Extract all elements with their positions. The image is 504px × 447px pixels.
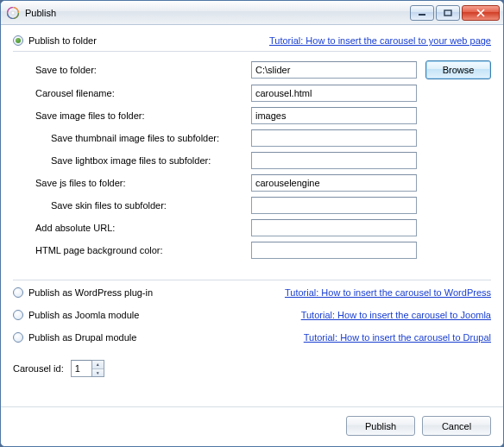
- radio-icon: [13, 35, 23, 46]
- svg-rect-3: [444, 10, 451, 16]
- carousel-filename-label: Carousel filename:: [35, 88, 251, 98]
- save-to-folder-input[interactable]: [251, 61, 417, 79]
- dialog-footer: Publish Cancel: [1, 406, 503, 446]
- tutorial-link-joomla[interactable]: Tutorial: How to insert the carousel to …: [301, 310, 491, 320]
- carousel-filename-input[interactable]: [251, 85, 417, 102]
- radio-label: Publish to folder: [28, 35, 97, 46]
- carousel-id-stepper[interactable]: ▲ ▼: [71, 360, 104, 377]
- save-image-files-input[interactable]: [251, 107, 417, 124]
- save-skin-input[interactable]: [251, 197, 417, 214]
- tutorial-link-folder[interactable]: Tutorial: How to insert the carousel to …: [269, 35, 491, 46]
- browse-button[interactable]: Browse: [425, 60, 491, 79]
- radio-icon: [13, 332, 23, 343]
- save-thumb-label: Save thumbnail image files to subfolder:: [51, 133, 251, 143]
- publish-dialog: Publish Publish to folder Tutorial: How …: [0, 0, 504, 447]
- save-lightbox-label: Save lightbox image files to subfolder:: [51, 155, 251, 166]
- radio-label: Publish as Drupal module: [28, 332, 136, 343]
- save-js-input[interactable]: [251, 174, 417, 192]
- radio-label: Publish as Joomla module: [28, 310, 139, 320]
- bg-color-label: HTML page background color:: [35, 245, 251, 255]
- svg-point-1: [11, 11, 15, 15]
- bg-color-input[interactable]: [251, 242, 417, 259]
- save-skin-label: Save skin files to subfolder:: [51, 200, 251, 211]
- radio-label: Publish as WordPress plug-in: [28, 287, 153, 298]
- maximize-button[interactable]: [436, 5, 460, 21]
- publish-joomla-option[interactable]: Publish as Joomla module: [13, 310, 139, 320]
- save-js-label: Save js files to folder:: [35, 178, 251, 188]
- tutorial-link-drupal[interactable]: Tutorial: How to insert the carousel to …: [304, 332, 491, 343]
- minimize-button[interactable]: [410, 5, 434, 21]
- carousel-id-input[interactable]: [71, 360, 91, 377]
- cancel-button[interactable]: Cancel: [422, 416, 491, 436]
- publish-to-folder-option[interactable]: Publish to folder: [13, 35, 97, 46]
- absolute-url-label: Add absolute URL:: [35, 223, 251, 233]
- radio-icon: [13, 310, 23, 320]
- save-to-folder-label: Save to folder:: [35, 65, 251, 75]
- dialog-body: Publish to folder Tutorial: How to inser…: [1, 25, 503, 406]
- close-button[interactable]: [462, 5, 500, 21]
- carousel-id-label: Carousel id:: [13, 363, 64, 374]
- absolute-url-input[interactable]: [251, 219, 417, 236]
- save-thumb-input[interactable]: [251, 129, 417, 147]
- window-title: Publish: [25, 8, 56, 18]
- radio-icon: [13, 287, 23, 298]
- titlebar[interactable]: Publish: [1, 1, 503, 25]
- app-icon: [6, 6, 20, 20]
- stepper-down-icon[interactable]: ▼: [92, 369, 104, 377]
- save-image-files-label: Save image files to folder:: [35, 110, 251, 121]
- publish-wordpress-option[interactable]: Publish as WordPress plug-in: [13, 287, 153, 298]
- stepper-up-icon[interactable]: ▲: [92, 361, 104, 369]
- publish-drupal-option[interactable]: Publish as Drupal module: [13, 332, 136, 343]
- svg-rect-2: [419, 14, 425, 16]
- folder-settings-group: Save to folder: Browse Carousel filename…: [13, 51, 491, 271]
- save-lightbox-input[interactable]: [251, 152, 417, 169]
- tutorial-link-wordpress[interactable]: Tutorial: How to insert the carousel to …: [285, 287, 491, 298]
- publish-button[interactable]: Publish: [346, 416, 415, 436]
